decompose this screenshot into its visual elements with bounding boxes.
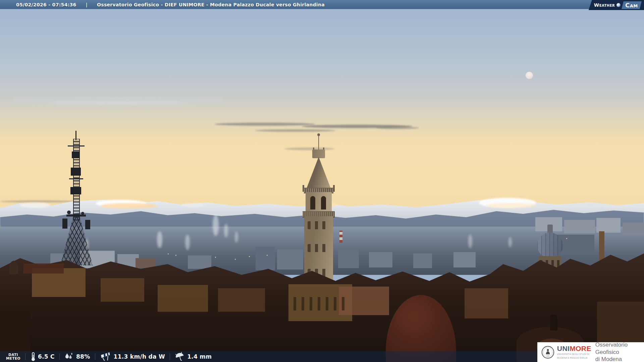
unimore-seal: 1175 xyxy=(541,345,554,360)
temperature-value: 6.5 C xyxy=(38,353,55,360)
small-cupola xyxy=(9,261,18,274)
light-dot xyxy=(249,256,250,257)
cloud xyxy=(47,101,188,105)
lattice-mast xyxy=(73,139,80,221)
building-block xyxy=(413,253,432,268)
spire xyxy=(307,157,331,188)
light-dot xyxy=(235,259,236,260)
smoke-plume xyxy=(157,231,162,248)
arched-window xyxy=(310,196,315,209)
building-block xyxy=(453,252,476,267)
header-separator: | xyxy=(86,2,88,7)
crossbar xyxy=(68,145,85,146)
weathercam-cam-word: Cam xyxy=(625,2,638,9)
antenna-panel xyxy=(85,220,90,229)
unimore-brand: UNIMORE UNIVERSITÀ DEGLI STUDI DI MODENA… xyxy=(557,345,591,359)
building-block xyxy=(188,255,211,269)
smoke-plume xyxy=(185,235,190,250)
building-block xyxy=(136,258,156,268)
svg-text:1175: 1175 xyxy=(546,355,549,356)
unimore-subline1: UNIVERSITÀ DEGLI STUDI DI xyxy=(557,353,591,356)
lit-snow-patch xyxy=(101,203,158,208)
weathercam-word: Weather xyxy=(594,2,615,8)
divider xyxy=(25,353,25,360)
building-block xyxy=(596,218,621,233)
smoke-plume xyxy=(224,224,228,237)
divider xyxy=(170,353,170,360)
moon xyxy=(526,72,533,79)
lit-snow-patch xyxy=(570,203,610,208)
cloud xyxy=(255,129,335,132)
wind-value: 11.3 km/h da W xyxy=(114,353,165,360)
smoke-plume xyxy=(468,235,472,248)
humidity-reading: 88% xyxy=(64,352,90,361)
bell-chamber xyxy=(306,192,332,211)
facade-patch xyxy=(465,288,508,318)
window-band xyxy=(308,244,330,252)
building-block xyxy=(564,220,595,233)
window-grid xyxy=(293,297,347,310)
weathercam-logo[interactable]: Weather Cam xyxy=(589,0,644,10)
dish xyxy=(67,210,71,214)
platform xyxy=(66,215,86,217)
dati-meteo-label: DATI METEO xyxy=(6,353,20,360)
temperature-reading: 6.5 C xyxy=(30,352,55,361)
humidity-icon xyxy=(64,352,74,361)
unimore-more-text: MORE xyxy=(570,345,591,352)
smoke-plume xyxy=(508,237,512,247)
cloud xyxy=(215,123,315,126)
facade-patch xyxy=(218,288,265,312)
light-dot xyxy=(168,253,169,254)
window-band xyxy=(308,221,330,229)
divider xyxy=(95,353,95,360)
dome-ribs xyxy=(537,233,563,257)
humidity-value: 88% xyxy=(76,353,90,360)
antenna-box xyxy=(70,187,81,194)
smoke-plume xyxy=(213,215,219,236)
lit-snow-patch xyxy=(181,203,205,207)
statue xyxy=(550,314,557,330)
facade-patch xyxy=(158,285,208,312)
light-dot xyxy=(566,238,567,239)
roof-patch xyxy=(23,263,64,274)
light-dot xyxy=(267,255,268,256)
observatory-name: Osservatorio Geofisico di Modena xyxy=(595,341,644,362)
header-bar: 05/02/2026 - 07:54:36 | Osservatorio Geo… xyxy=(0,0,644,9)
windsock-icon xyxy=(100,352,111,361)
building-block xyxy=(623,223,644,235)
building-block xyxy=(256,247,275,270)
arched-window xyxy=(321,196,326,209)
timestamp: 05/02/2026 - 07:54:36 xyxy=(16,2,76,7)
telecom-tower xyxy=(60,131,93,265)
observatory-line2: di Modena xyxy=(595,356,644,362)
banded-chimney xyxy=(339,231,342,243)
rain-value: 1.4 mm xyxy=(187,353,212,360)
webcam-frame: 05/02/2026 - 07:54:36 | Osservatorio Geo… xyxy=(0,0,644,362)
umbrella-icon xyxy=(175,352,185,361)
light-dot xyxy=(175,255,176,256)
cloud xyxy=(376,127,419,129)
light-dot xyxy=(215,257,216,258)
weathercam-globe-icon xyxy=(616,3,621,7)
building-block xyxy=(369,252,392,267)
lit-snow-patch xyxy=(486,203,537,208)
smoke-plume xyxy=(235,231,238,243)
unimore-subline2: MODENA E REGGIO EMILIA xyxy=(557,357,591,359)
wind-reading: 11.3 km/h da W xyxy=(100,352,165,361)
divider xyxy=(59,353,60,360)
crossbar xyxy=(69,178,83,179)
lit-snow-patch xyxy=(20,202,50,208)
antenna-box xyxy=(71,168,81,176)
page-title: Osservatorio Geofisico - DIEF UNIMORE - … xyxy=(97,2,325,7)
finial-rod xyxy=(318,136,319,150)
observatory-line1: Osservatorio Geofisico xyxy=(595,341,644,356)
building-block xyxy=(338,249,359,268)
facade-patch xyxy=(101,278,144,302)
unimore-uni-text: UNI xyxy=(557,345,570,352)
antenna-box xyxy=(72,152,80,158)
weathercam-cam-block: Cam xyxy=(622,1,641,9)
unimore-logo-box[interactable]: 1175 UNIMORE UNIVERSITÀ DEGLI STUDI DI M… xyxy=(537,342,644,362)
thermometer-icon xyxy=(30,352,36,361)
rain-reading: 1.4 mm xyxy=(175,352,212,361)
antenna-panel xyxy=(62,219,67,229)
